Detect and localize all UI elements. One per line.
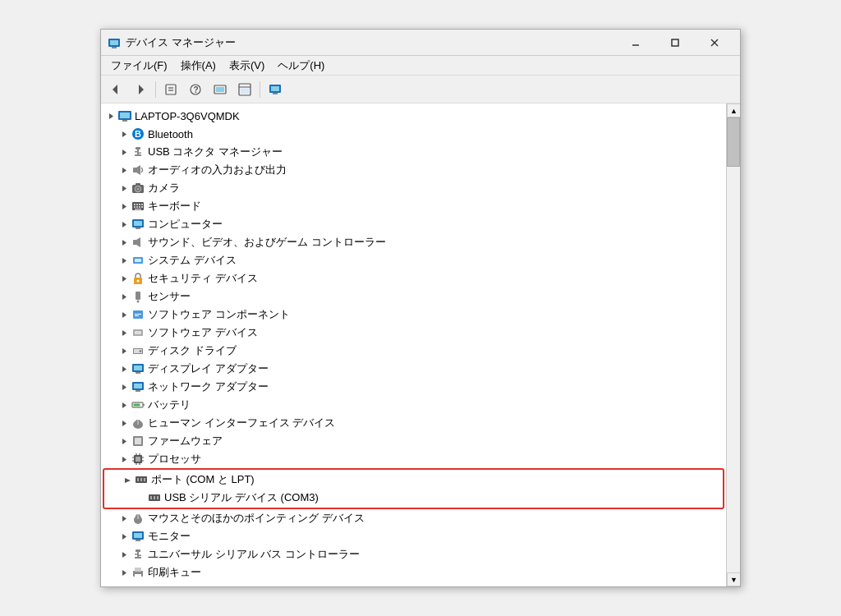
- svg-marker-85: [122, 384, 126, 390]
- processor-icon: [131, 452, 145, 467]
- svg-point-66: [137, 280, 140, 283]
- processor-expander[interactable]: [117, 453, 131, 466]
- computer-expander[interactable]: [117, 218, 131, 231]
- tree-item-computer[interactable]: コンピューター: [101, 215, 726, 233]
- mouse-expander[interactable]: [117, 512, 131, 525]
- window-controls: [617, 30, 733, 56]
- tree-item-battery[interactable]: バッテリ: [101, 396, 726, 414]
- system-expander[interactable]: [117, 254, 131, 267]
- network-expander[interactable]: [117, 380, 131, 393]
- software-device-expander[interactable]: [117, 326, 131, 339]
- svg-marker-89: [122, 402, 126, 408]
- audio-expander[interactable]: [117, 163, 131, 177]
- back-button[interactable]: [104, 79, 127, 100]
- tree-item-disk[interactable]: ディスク ドライブ: [101, 342, 726, 360]
- help-button[interactable]: ?: [184, 79, 207, 100]
- tree-item-camera[interactable]: カメラ: [101, 179, 726, 197]
- audio-icon: [131, 163, 145, 177]
- svg-marker-7: [113, 85, 117, 94]
- svg-point-69: [137, 301, 140, 303]
- tree-item-sound[interactable]: サウンド、ビデオ、およびゲーム コントローラー: [101, 233, 726, 251]
- tree-item-com-port[interactable]: ポート (COM と LPT): [104, 471, 723, 489]
- tree-item-usb-serial[interactable]: USB シリアル デバイス (COM3): [104, 489, 723, 507]
- com-port-expander[interactable]: [121, 473, 134, 486]
- svg-rect-115: [144, 478, 145, 481]
- print-expander[interactable]: [117, 566, 131, 579]
- tree-item-software-component[interactable]: ソフトウェア コンポーネント: [101, 306, 726, 324]
- svg-rect-2: [112, 47, 117, 48]
- sound-expander[interactable]: [117, 236, 131, 249]
- sensor-expander[interactable]: [117, 290, 131, 303]
- monitor-button[interactable]: [264, 79, 287, 100]
- scroll-up-button[interactable]: ▲: [727, 103, 740, 117]
- tree-item-audio[interactable]: オーディオの入力および出力: [101, 161, 726, 179]
- scroll-thumb[interactable]: [727, 117, 740, 167]
- software-component-expander[interactable]: [117, 308, 131, 321]
- scrollbar[interactable]: ▲ ▼: [726, 103, 740, 586]
- usb-controller-expander[interactable]: [117, 548, 131, 561]
- tree-item-bluetooth[interactable]: B Bluetooth: [101, 125, 726, 143]
- tree-item-keyboard[interactable]: キーボード: [101, 197, 726, 215]
- display-expander[interactable]: [117, 362, 131, 375]
- update-driver-button[interactable]: [209, 79, 232, 100]
- svg-marker-74: [122, 330, 126, 336]
- usb-connector-expander[interactable]: [117, 145, 131, 159]
- svg-marker-97: [122, 439, 126, 444]
- tree-item-print[interactable]: 印刷キュー: [101, 563, 726, 582]
- usb-connector-icon: [131, 145, 145, 159]
- disk-expander[interactable]: [117, 344, 131, 357]
- svg-marker-128: [122, 552, 126, 558]
- tree-item-mouse[interactable]: マウスとそのほかのポインティング デバイス: [101, 509, 726, 527]
- tree-root-item[interactable]: LAPTOP-3Q6VQMDK: [101, 107, 726, 125]
- svg-marker-54: [122, 222, 126, 228]
- root-expander[interactable]: [104, 109, 117, 122]
- tree-item-hid[interactable]: ヒューマン インターフェイス デバイス: [101, 414, 726, 432]
- svg-marker-37: [136, 165, 140, 175]
- security-expander[interactable]: [117, 272, 131, 285]
- menu-file[interactable]: ファイル(F): [104, 57, 174, 75]
- tree-panel[interactable]: LAPTOP-3Q6VQMDK B Bluetooth: [101, 103, 726, 586]
- svg-rect-36: [133, 168, 136, 172]
- forward-button[interactable]: [129, 79, 152, 100]
- svg-rect-88: [136, 390, 140, 392]
- tree-item-security[interactable]: セキュリティ デバイス: [101, 269, 726, 287]
- tree-item-network[interactable]: ネットワーク アダプター: [101, 378, 726, 396]
- com-port-icon: [134, 472, 149, 487]
- tree-item-usb-controller[interactable]: ユニバーサル シリアル バス コントローラー: [101, 545, 726, 563]
- tree-item-monitor[interactable]: モニター: [101, 527, 726, 545]
- keyboard-expander[interactable]: [117, 200, 131, 213]
- tree-item-display[interactable]: ディスプレイ アダプター: [101, 360, 726, 378]
- svg-marker-8: [139, 85, 144, 94]
- menu-view[interactable]: 表示(V): [223, 57, 271, 75]
- minimize-button[interactable]: [617, 30, 655, 56]
- tree-item-usb-connector[interactable]: USB コネクタ マネージャー: [101, 143, 726, 161]
- display-icon: [131, 361, 145, 376]
- menu-bar: ファイル(F) 操作(A) 表示(V) ヘルプ(H): [101, 56, 740, 76]
- monitor-expander[interactable]: [117, 530, 131, 543]
- camera-expander[interactable]: [117, 182, 131, 195]
- tree-item-firmware[interactable]: ファームウェア: [101, 432, 726, 450]
- svg-marker-61: [122, 258, 126, 264]
- menu-help[interactable]: ヘルプ(H): [271, 57, 331, 75]
- scroll-down-button[interactable]: ▼: [727, 572, 740, 586]
- properties-button[interactable]: [159, 79, 182, 100]
- title-bar: デバイス マネージャー: [101, 30, 740, 56]
- firmware-expander[interactable]: [117, 434, 131, 448]
- menu-action[interactable]: 操作(A): [174, 57, 223, 75]
- tree-item-system[interactable]: システム デバイス: [101, 251, 726, 269]
- scan-changes-button[interactable]: [233, 79, 256, 100]
- tree-item-processor[interactable]: プロセッサ: [101, 450, 726, 468]
- tree-item-sensor[interactable]: センサー: [101, 287, 726, 306]
- system-icon: [131, 253, 145, 268]
- hid-expander[interactable]: [117, 416, 131, 430]
- keyboard-label: キーボード: [148, 199, 201, 214]
- close-button[interactable]: [696, 30, 733, 56]
- bluetooth-expander[interactable]: [117, 127, 131, 140]
- scroll-track[interactable]: [727, 117, 740, 572]
- tree-item-software-device[interactable]: ソフトウェア デバイス: [101, 324, 726, 342]
- display-label: ディスプレイ アダプター: [148, 361, 269, 376]
- battery-expander[interactable]: [117, 398, 131, 411]
- svg-rect-92: [134, 404, 140, 407]
- maximize-button[interactable]: [656, 30, 694, 56]
- svg-rect-83: [134, 365, 142, 370]
